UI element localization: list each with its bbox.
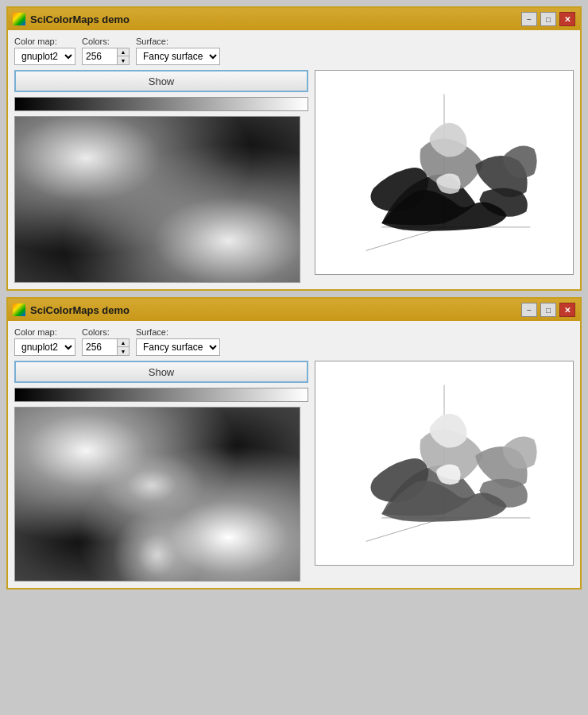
surface-svg-1 — [315, 71, 573, 274]
spinner-up-1[interactable]: ▲ — [118, 48, 129, 56]
controls-row-1: Color map: gnuplot2 Colors: ▲ ▼ Surface: — [14, 37, 574, 65]
surface-svg-2 — [315, 361, 573, 565]
show-button-2[interactable]: Show — [14, 361, 308, 383]
titlebar-2: SciColorMaps demo − □ ✕ — [8, 299, 580, 321]
surface-plot-1 — [315, 70, 574, 275]
window-1: SciColorMaps demo − □ ✕ Color map: gnupl… — [6, 6, 582, 291]
surface-select-2[interactable]: Fancy surface — [136, 338, 220, 356]
colormap-group-1: Color map: gnuplot2 — [14, 37, 75, 65]
colors-group-2: Colors: ▲ ▼ — [82, 327, 130, 356]
main-area-2: Show — [14, 361, 574, 582]
maximize-button-2[interactable]: □ — [540, 303, 556, 317]
titlebar-left-1: SciColorMaps demo — [13, 13, 130, 25]
colormap-plot-1 — [14, 116, 300, 283]
colorbar-gradient-2 — [15, 388, 308, 401]
left-panel-1: Show — [14, 70, 308, 283]
titlebar-controls-1: − □ ✕ — [521, 12, 575, 26]
colormap-label-2: Color map: — [14, 327, 75, 337]
titlebar-1: SciColorMaps demo − □ ✕ — [8, 8, 580, 30]
surface-group-2: Surface: Fancy surface — [136, 327, 220, 356]
surface-group-1: Surface: Fancy surface — [136, 37, 220, 65]
spinner-down-1[interactable]: ▼ — [118, 56, 129, 64]
spinner-up-2[interactable]: ▲ — [118, 339, 129, 347]
colormap-select-1[interactable]: gnuplot2 — [14, 48, 75, 65]
controls-row-2: Color map: gnuplot2 Colors: ▲ ▼ Surface: — [14, 327, 574, 356]
colors-input-group-2: ▲ ▼ — [82, 338, 130, 356]
colormap-group-2: Color map: gnuplot2 — [14, 327, 75, 356]
window-content-1: Color map: gnuplot2 Colors: ▲ ▼ Surface: — [8, 30, 580, 289]
minimize-button-1[interactable]: − — [521, 12, 537, 26]
surface-plot-2 — [315, 361, 574, 566]
window-content-2: Color map: gnuplot2 Colors: ▲ ▼ Surface: — [8, 321, 580, 588]
maximize-button-1[interactable]: □ — [540, 12, 556, 26]
spinner-down-2[interactable]: ▼ — [118, 347, 129, 355]
colormap-plot-2 — [14, 407, 300, 582]
colormap-label-1: Color map: — [14, 37, 75, 46]
colorbar-1 — [14, 97, 308, 111]
colormap-canvas-1 — [15, 117, 300, 282]
window-2: SciColorMaps demo − □ ✕ Color map: gnupl… — [6, 297, 582, 589]
show-button-1[interactable]: Show — [14, 70, 308, 92]
colors-input-1[interactable] — [82, 48, 117, 65]
colorbar-2 — [14, 388, 308, 402]
surface-label-2: Surface: — [136, 327, 220, 337]
app-icon-2 — [13, 303, 25, 316]
colormap-canvas-2 — [15, 408, 300, 581]
window-title-2: SciColorMaps demo — [30, 304, 130, 316]
colorbar-gradient-1 — [15, 98, 308, 110]
colors-group-1: Colors: ▲ ▼ — [82, 37, 130, 65]
spinner-arrows-2: ▲ ▼ — [117, 338, 130, 356]
main-area-1: Show — [14, 70, 574, 283]
window-title-1: SciColorMaps demo — [30, 14, 130, 25]
close-button-1[interactable]: ✕ — [559, 12, 575, 26]
spinner-arrows-1: ▲ ▼ — [117, 48, 130, 65]
titlebar-left-2: SciColorMaps demo — [13, 303, 130, 316]
colors-input-2[interactable] — [82, 338, 117, 356]
minimize-button-2[interactable]: − — [521, 303, 537, 317]
colors-label-1: Colors: — [82, 37, 130, 46]
colors-label-2: Colors: — [82, 327, 130, 337]
colors-input-group-1: ▲ ▼ — [82, 48, 130, 65]
titlebar-controls-2: − □ ✕ — [521, 303, 575, 317]
left-panel-2: Show — [14, 361, 308, 582]
app-icon-1 — [13, 13, 25, 25]
close-button-2[interactable]: ✕ — [559, 303, 575, 317]
colormap-select-2[interactable]: gnuplot2 — [14, 338, 75, 356]
surface-label-1: Surface: — [136, 37, 220, 46]
surface-select-1[interactable]: Fancy surface — [136, 48, 220, 65]
